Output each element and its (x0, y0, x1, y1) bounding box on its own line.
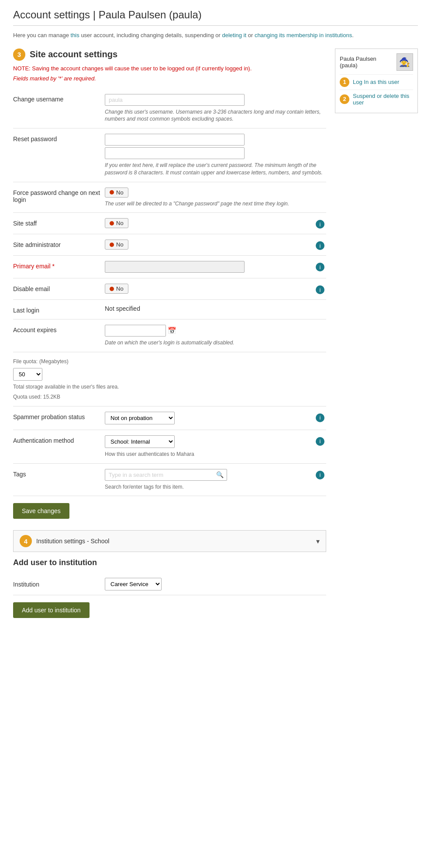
site-admin-toggle[interactable]: No (105, 240, 128, 250)
primary-email-control (105, 261, 311, 273)
auth-method-label: Authentication method (13, 435, 100, 444)
disable-email-info: i (316, 284, 326, 294)
spammer-probation-control: Not on probation On probation (105, 412, 311, 424)
reset-password-control: If you enter text here, it will replace … (105, 134, 326, 177)
site-staff-label: Site staff (13, 218, 100, 227)
tags-help: Search for/enter tags for this item. (105, 483, 311, 491)
disable-email-row: Disable email No i (13, 278, 326, 300)
add-user-title: Add user to institution (13, 558, 326, 567)
account-expires-row: Account expires 📅 Date on which the user… (13, 319, 326, 352)
disable-email-info-icon[interactable]: i (316, 285, 324, 294)
institution-select[interactable]: Career Service School Other Institution (105, 578, 162, 590)
toggle-dot-staff (110, 221, 114, 226)
auth-method-info-icon[interactable]: i (316, 437, 324, 446)
save-changes-button[interactable]: Save changes (13, 503, 69, 519)
main-content: 3 Site account settings NOTE: Saving the… (13, 49, 326, 625)
auth-method-select[interactable]: School: Internal School: LDAP (105, 435, 175, 448)
site-staff-control: No (105, 218, 311, 228)
change-username-input[interactable] (105, 94, 245, 106)
last-login-control: Not specified (105, 305, 326, 312)
site-staff-row: Site staff No i (13, 213, 326, 234)
add-user-to-institution-button[interactable]: Add user to institution (13, 602, 90, 618)
primary-email-label: Primary email * (13, 261, 100, 270)
login-as-user-link[interactable]: Log In as this user (353, 79, 399, 85)
institution-accordion[interactable]: 4 Institution settings - School ▾ (13, 530, 326, 552)
site-staff-value: No (116, 220, 124, 226)
save-note: NOTE: Saving the account changes will ca… (13, 65, 326, 72)
user-card: Paula Paulsen (paula) 🧙 1 Log In as this… (335, 49, 418, 113)
auth-method-help: How this user authenticates to Mahara (105, 451, 311, 458)
site-admin-info-icon[interactable]: i (316, 241, 324, 250)
action-badge-1: 1 (340, 77, 349, 87)
sidebar-action-suspend[interactable]: 2 Suspend or delete this user (340, 90, 413, 108)
toggle-dot-email (110, 287, 114, 291)
tags-search-input[interactable] (105, 469, 227, 481)
file-quota-label: File quota: (Megabytes) (13, 358, 326, 365)
site-account-section-header: 3 Site account settings (13, 49, 326, 61)
site-account-title: Site account settings (30, 49, 117, 59)
tags-info-icon[interactable]: i (316, 471, 324, 479)
institution-select-control: Career Service School Other Institution (105, 578, 162, 590)
toggle-dot-admin (110, 243, 114, 247)
spammer-probation-label: Spammer probation status (13, 412, 100, 420)
primary-email-info: i (316, 261, 326, 271)
force-password-value: No (116, 189, 124, 196)
tags-control: 🔍 Search for/enter tags for this item. (105, 469, 311, 491)
reset-password-input-2[interactable] (105, 147, 245, 159)
site-admin-control: No (105, 240, 311, 250)
sidebar-action-login[interactable]: 1 Log In as this user (340, 74, 413, 90)
site-admin-value: No (116, 241, 124, 248)
site-staff-info: i (316, 218, 326, 229)
file-quota-help1: Total storage available in the user's fi… (13, 383, 326, 391)
primary-email-info-icon[interactable]: i (316, 263, 324, 271)
account-expires-label: Account expires (13, 325, 100, 333)
intro-text: Here you can manage this user account, i… (13, 31, 418, 40)
section-badge-4: 4 (20, 535, 32, 547)
institution-settings-section: 4 Institution settings - School ▾ Add us… (13, 530, 326, 625)
membership-link[interactable]: changing its membership in institutions (255, 32, 352, 38)
auth-method-info: i (316, 435, 326, 446)
file-quota-select-wrapper: 50 100 200 500 1000 (13, 368, 326, 381)
force-password-toggle[interactable]: No (105, 187, 128, 198)
site-admin-label: Site administrator (13, 240, 100, 248)
change-username-control: Change this user's username. Usernames a… (105, 94, 326, 123)
last-login-row: Last login Not specified (13, 300, 326, 319)
suspend-delete-link[interactable]: Suspend or delete this user (353, 93, 413, 106)
site-staff-toggle[interactable]: No (105, 218, 128, 228)
account-expires-control: 📅 Date on which the user's login is auto… (105, 325, 326, 347)
spammer-probation-select[interactable]: Not on probation On probation (105, 412, 175, 424)
user-card-header: Paula Paulsen (paula) 🧙 (340, 53, 413, 71)
account-expires-input[interactable] (105, 325, 166, 337)
required-note: Fields marked by '*' are required. (13, 75, 326, 82)
force-password-label: Force password change on next login (13, 187, 100, 203)
right-sidebar: Paula Paulsen (paula) 🧙 1 Log In as this… (335, 49, 418, 117)
user-card-name: Paula Paulsen (paula) (340, 56, 393, 69)
file-quota-select[interactable]: 50 100 200 500 1000 (13, 368, 42, 381)
this-user-link[interactable]: this (71, 32, 79, 38)
reset-password-label: Reset password (13, 134, 100, 142)
institution-accordion-title: Institution settings - School (36, 538, 109, 545)
primary-email-input[interactable] (105, 261, 245, 273)
force-password-row: Force password change on next login No T… (13, 182, 326, 213)
file-quota-section: File quota: (Megabytes) 50 100 200 500 1… (13, 352, 326, 406)
reset-password-row: Reset password If you enter text here, i… (13, 128, 326, 182)
account-expires-help: Date on which the user's login is automa… (105, 339, 326, 347)
institution-accordion-left: 4 Institution settings - School (20, 535, 109, 547)
avatar: 🧙 (397, 53, 413, 71)
toggle-dot (110, 190, 114, 194)
action-badge-2: 2 (340, 94, 349, 104)
force-password-help: The user will be directed to a "Change p… (105, 200, 326, 208)
calendar-icon[interactable]: 📅 (168, 326, 176, 335)
disable-email-control: No (105, 284, 311, 294)
auth-method-row: Authentication method School: Internal S… (13, 430, 326, 464)
disable-email-toggle[interactable]: No (105, 284, 128, 294)
reset-password-input-1[interactable] (105, 134, 245, 146)
change-username-label: Change username (13, 94, 100, 103)
change-username-row: Change username Change this user's usern… (13, 89, 326, 129)
site-staff-info-icon[interactable]: i (316, 220, 324, 229)
delete-link[interactable]: deleting it (222, 32, 246, 38)
change-username-help: Change this user's username. Usernames a… (105, 108, 326, 123)
auth-method-control: School: Internal School: LDAP How this u… (105, 435, 311, 458)
tags-row: Tags 🔍 Search for/enter tags for this it… (13, 464, 326, 496)
spammer-probation-info-icon[interactable]: i (316, 413, 324, 422)
